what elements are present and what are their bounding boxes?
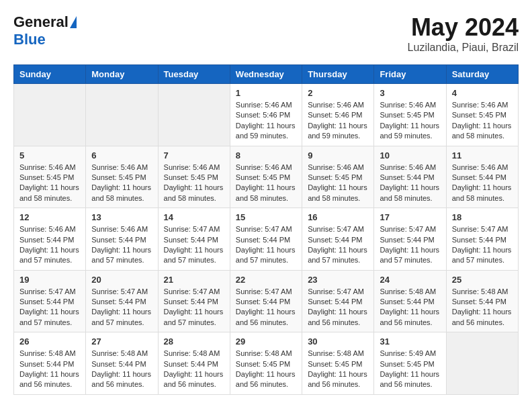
day-content: Sunrise: 5:46 AM Sunset: 5:45 PM Dayligh… — [308, 163, 368, 204]
day-content: Sunrise: 5:47 AM Sunset: 5:44 PM Dayligh… — [308, 224, 368, 266]
calendar-cell: 23Sunrise: 5:47 AM Sunset: 5:44 PM Dayli… — [302, 270, 374, 332]
day-content: Sunrise: 5:46 AM Sunset: 5:44 PM Dayligh… — [452, 163, 513, 204]
week-row-4: 19Sunrise: 5:47 AM Sunset: 5:44 PM Dayli… — [14, 270, 519, 332]
calendar-cell: 16Sunrise: 5:47 AM Sunset: 5:44 PM Dayli… — [302, 208, 374, 271]
day-content: Sunrise: 5:48 AM Sunset: 5:44 PM Dayligh… — [380, 287, 440, 328]
day-header-tuesday: Tuesday — [158, 65, 230, 84]
day-content: Sunrise: 5:47 AM Sunset: 5:44 PM Dayligh… — [164, 224, 224, 266]
day-content: Sunrise: 5:48 AM Sunset: 5:44 PM Dayligh… — [91, 349, 152, 390]
logo-general-text: General — [13, 13, 69, 31]
calendar-cell: 4Sunrise: 5:46 AM Sunset: 5:45 PM Daylig… — [446, 84, 518, 146]
calendar-cell: 9Sunrise: 5:46 AM Sunset: 5:45 PM Daylig… — [302, 146, 374, 208]
day-number: 30 — [308, 336, 368, 347]
day-content: Sunrise: 5:47 AM Sunset: 5:44 PM Dayligh… — [380, 224, 440, 266]
day-content: Sunrise: 5:47 AM Sunset: 5:44 PM Dayligh… — [236, 224, 296, 266]
calendar-cell: 11Sunrise: 5:46 AM Sunset: 5:44 PM Dayli… — [446, 146, 518, 208]
day-content: Sunrise: 5:49 AM Sunset: 5:45 PM Dayligh… — [380, 349, 440, 390]
day-number: 19 — [19, 275, 80, 285]
calendar-table: SundayMondayTuesdayWednesdayThursdayFrid… — [13, 64, 519, 395]
calendar-cell: 26Sunrise: 5:48 AM Sunset: 5:44 PM Dayli… — [14, 332, 86, 395]
day-header-friday: Friday — [374, 65, 446, 84]
day-number: 13 — [91, 212, 152, 222]
day-header-saturday: Saturday — [446, 65, 518, 84]
day-content: Sunrise: 5:47 AM Sunset: 5:44 PM Dayligh… — [452, 224, 513, 266]
week-row-5: 26Sunrise: 5:48 AM Sunset: 5:44 PM Dayli… — [14, 332, 519, 395]
calendar-cell: 25Sunrise: 5:48 AM Sunset: 5:44 PM Dayli… — [446, 270, 518, 332]
day-number: 10 — [380, 150, 440, 161]
calendar-cell: 21Sunrise: 5:47 AM Sunset: 5:44 PM Dayli… — [158, 270, 230, 332]
day-number: 6 — [91, 150, 152, 161]
day-number: 26 — [19, 336, 80, 347]
week-row-2: 5Sunrise: 5:46 AM Sunset: 5:45 PM Daylig… — [14, 146, 519, 208]
day-number: 27 — [91, 336, 152, 347]
day-content: Sunrise: 5:46 AM Sunset: 5:45 PM Dayligh… — [236, 163, 296, 204]
calendar-cell: 28Sunrise: 5:48 AM Sunset: 5:44 PM Dayli… — [158, 332, 230, 395]
title-block: May 2024 Luzilandia, Piaui, Brazil — [408, 13, 519, 54]
day-content: Sunrise: 5:47 AM Sunset: 5:44 PM Dayligh… — [236, 287, 296, 328]
day-content: Sunrise: 5:47 AM Sunset: 5:44 PM Dayligh… — [308, 287, 368, 328]
calendar-cell: 2Sunrise: 5:46 AM Sunset: 5:46 PM Daylig… — [302, 84, 374, 146]
days-of-week-row: SundayMondayTuesdayWednesdayThursdayFrid… — [14, 65, 519, 84]
day-number: 11 — [452, 150, 513, 161]
calendar-cell: 30Sunrise: 5:48 AM Sunset: 5:45 PM Dayli… — [302, 332, 374, 395]
day-number: 2 — [308, 88, 368, 98]
day-content: Sunrise: 5:46 AM Sunset: 5:44 PM Dayligh… — [19, 224, 80, 266]
calendar-cell — [86, 84, 158, 146]
calendar-cell — [446, 332, 518, 395]
week-row-1: 1Sunrise: 5:46 AM Sunset: 5:46 PM Daylig… — [14, 84, 519, 146]
day-number: 3 — [380, 88, 440, 98]
day-content: Sunrise: 5:46 AM Sunset: 5:45 PM Dayligh… — [19, 163, 80, 204]
logo-triangle-icon — [70, 16, 77, 28]
day-number: 24 — [380, 275, 440, 285]
day-number: 25 — [452, 275, 513, 285]
day-content: Sunrise: 5:47 AM Sunset: 5:44 PM Dayligh… — [164, 287, 224, 328]
location-subtitle: Luzilandia, Piaui, Brazil — [408, 42, 519, 54]
day-number: 18 — [452, 212, 513, 222]
day-number: 20 — [91, 275, 152, 285]
calendar-cell: 13Sunrise: 5:46 AM Sunset: 5:44 PM Dayli… — [86, 208, 158, 271]
day-header-sunday: Sunday — [14, 65, 86, 84]
calendar-cell: 22Sunrise: 5:47 AM Sunset: 5:44 PM Dayli… — [230, 270, 302, 332]
calendar-cell: 5Sunrise: 5:46 AM Sunset: 5:45 PM Daylig… — [14, 146, 86, 208]
calendar-cell: 29Sunrise: 5:48 AM Sunset: 5:45 PM Dayli… — [230, 332, 302, 395]
page-header: General Blue May 2024 Luzilandia, Piaui,… — [13, 13, 519, 54]
calendar-cell: 10Sunrise: 5:46 AM Sunset: 5:44 PM Dayli… — [374, 146, 446, 208]
day-number: 22 — [236, 275, 296, 285]
day-number: 23 — [308, 275, 368, 285]
calendar-cell: 19Sunrise: 5:47 AM Sunset: 5:44 PM Dayli… — [14, 270, 86, 332]
calendar-cell: 1Sunrise: 5:46 AM Sunset: 5:46 PM Daylig… — [230, 84, 302, 146]
calendar-cell: 3Sunrise: 5:46 AM Sunset: 5:45 PM Daylig… — [374, 84, 446, 146]
calendar-header: SundayMondayTuesdayWednesdayThursdayFrid… — [14, 65, 519, 84]
day-number: 16 — [308, 212, 368, 222]
day-number: 31 — [380, 336, 440, 347]
day-content: Sunrise: 5:48 AM Sunset: 5:45 PM Dayligh… — [308, 349, 368, 390]
day-header-thursday: Thursday — [302, 65, 374, 84]
day-content: Sunrise: 5:48 AM Sunset: 5:44 PM Dayligh… — [452, 287, 513, 328]
day-content: Sunrise: 5:46 AM Sunset: 5:45 PM Dayligh… — [164, 163, 224, 204]
calendar-cell: 12Sunrise: 5:46 AM Sunset: 5:44 PM Dayli… — [14, 208, 86, 271]
day-content: Sunrise: 5:47 AM Sunset: 5:44 PM Dayligh… — [91, 287, 152, 328]
calendar-cell: 14Sunrise: 5:47 AM Sunset: 5:44 PM Dayli… — [158, 208, 230, 271]
day-number: 28 — [164, 336, 224, 347]
day-number: 1 — [236, 88, 296, 98]
day-content: Sunrise: 5:46 AM Sunset: 5:45 PM Dayligh… — [452, 100, 513, 142]
day-content: Sunrise: 5:48 AM Sunset: 5:44 PM Dayligh… — [164, 349, 224, 390]
calendar-cell: 18Sunrise: 5:47 AM Sunset: 5:44 PM Dayli… — [446, 208, 518, 271]
day-content: Sunrise: 5:47 AM Sunset: 5:44 PM Dayligh… — [19, 287, 80, 328]
week-row-3: 12Sunrise: 5:46 AM Sunset: 5:44 PM Dayli… — [14, 208, 519, 271]
day-content: Sunrise: 5:46 AM Sunset: 5:45 PM Dayligh… — [91, 163, 152, 204]
month-year-title: May 2024 — [408, 13, 519, 42]
calendar-cell: 24Sunrise: 5:48 AM Sunset: 5:44 PM Dayli… — [374, 270, 446, 332]
day-content: Sunrise: 5:46 AM Sunset: 5:44 PM Dayligh… — [91, 224, 152, 266]
day-number: 29 — [236, 336, 296, 347]
calendar-cell: 15Sunrise: 5:47 AM Sunset: 5:44 PM Dayli… — [230, 208, 302, 271]
day-number: 15 — [236, 212, 296, 222]
calendar-cell — [158, 84, 230, 146]
day-number: 14 — [164, 212, 224, 222]
calendar-body: 1Sunrise: 5:46 AM Sunset: 5:46 PM Daylig… — [14, 84, 519, 395]
day-number: 5 — [19, 150, 80, 161]
day-number: 9 — [308, 150, 368, 161]
day-content: Sunrise: 5:46 AM Sunset: 5:45 PM Dayligh… — [380, 100, 440, 142]
calendar-cell: 8Sunrise: 5:46 AM Sunset: 5:45 PM Daylig… — [230, 146, 302, 208]
day-content: Sunrise: 5:46 AM Sunset: 5:44 PM Dayligh… — [380, 163, 440, 204]
